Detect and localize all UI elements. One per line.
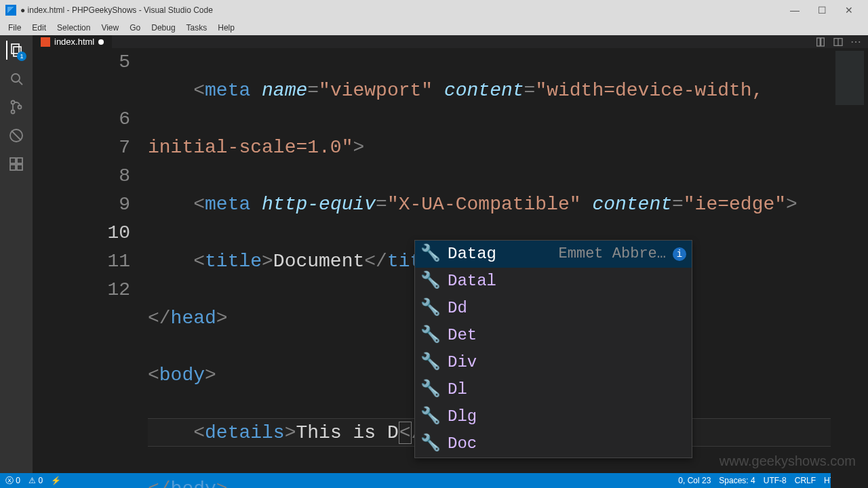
svg-rect-13 — [817, 38, 821, 46]
menu-edit[interactable]: Edit — [26, 23, 52, 33]
suggest-widget[interactable]: 🔧 Datag Emmet Abbre… i 🔧Datal 🔧Dd 🔧Det 🔧… — [414, 240, 692, 458]
suggest-item[interactable]: 🔧Doc — [415, 430, 692, 458]
wrench-icon: 🔧 — [420, 241, 441, 268]
suggest-item[interactable]: 🔧Dlg — [415, 403, 692, 430]
menu-go[interactable]: Go — [124, 23, 146, 33]
suggest-item[interactable]: 🔧Dl — [415, 376, 692, 403]
svg-rect-11 — [10, 165, 16, 170]
tab-index-html[interactable]: index.html — [33, 35, 113, 48]
window-maximize-button[interactable]: ☐ — [808, 5, 835, 16]
vscode-icon — [5, 5, 16, 16]
menu-view[interactable]: View — [96, 23, 124, 33]
svg-point-4 — [12, 101, 15, 104]
activity-debug[interactable] — [7, 126, 26, 145]
code-editor[interactable]: 5 6 7 8 9 10 11 12 <meta name="viewport"… — [33, 48, 868, 488]
svg-point-5 — [12, 110, 15, 114]
window-title: ● index.html - PHPGeekyShows - Visual St… — [20, 5, 213, 15]
compare-changes-icon[interactable] — [815, 37, 826, 47]
wrench-icon: 🔧 — [420, 268, 441, 295]
suggest-item[interactable]: 🔧Det — [415, 322, 692, 349]
menu-debug[interactable]: Debug — [146, 23, 180, 33]
suggest-item[interactable]: 🔧 Datag Emmet Abbre… i — [415, 241, 692, 268]
window-titlebar: ● index.html - PHPGeekyShows - Visual St… — [0, 0, 868, 20]
suggest-item[interactable]: 🔧Div — [415, 349, 692, 376]
status-errors[interactable]: ⓧ 0 — [5, 475, 20, 487]
wrench-icon: 🔧 — [420, 322, 441, 349]
menu-help[interactable]: Help — [212, 23, 240, 33]
suggest-item[interactable]: 🔧Dd — [415, 295, 692, 322]
menubar: File Edit Selection View Go Debug Tasks … — [0, 20, 868, 35]
tab-dirty-indicator — [98, 39, 104, 45]
svg-line-8 — [12, 131, 21, 140]
wrench-icon: 🔧 — [420, 403, 441, 430]
html-file-icon — [41, 37, 50, 47]
line-number-gutter: 5 6 7 8 9 10 11 12 — [33, 48, 148, 488]
svg-rect-12 — [17, 165, 22, 170]
menu-file[interactable]: File — [3, 23, 26, 33]
window-minimize-button[interactable]: — — [781, 5, 808, 16]
wrench-icon: 🔧 — [420, 376, 441, 403]
svg-point-6 — [18, 106, 22, 109]
wrench-icon: 🔧 — [420, 295, 441, 322]
explorer-badge: 1 — [17, 52, 26, 61]
menu-tasks[interactable]: Tasks — [181, 23, 213, 33]
info-icon[interactable]: i — [673, 247, 686, 261]
svg-rect-14 — [821, 38, 825, 46]
editor-tabs: index.html ⋯ — [33, 35, 868, 48]
more-actions-icon[interactable]: ⋯ — [850, 35, 861, 48]
svg-point-2 — [12, 74, 20, 82]
svg-line-3 — [19, 81, 22, 85]
svg-rect-10 — [17, 158, 22, 163]
split-editor-icon[interactable] — [833, 37, 844, 47]
activity-search[interactable] — [7, 69, 26, 88]
minimap[interactable] — [831, 48, 868, 488]
tab-label: index.html — [54, 37, 94, 47]
window-close-button[interactable]: ✕ — [835, 5, 863, 16]
wrench-icon: 🔧 — [420, 430, 441, 458]
activity-explorer[interactable]: 1 — [6, 41, 25, 60]
activity-extensions[interactable] — [7, 155, 26, 174]
menu-selection[interactable]: Selection — [52, 23, 96, 33]
watermark: www.geekyshows.com — [719, 453, 856, 469]
activity-scm[interactable] — [7, 98, 26, 117]
suggest-item[interactable]: 🔧Datal — [415, 268, 692, 295]
activity-bar: 1 — [0, 35, 33, 473]
wrench-icon: 🔧 — [420, 349, 441, 376]
svg-rect-9 — [10, 158, 16, 163]
